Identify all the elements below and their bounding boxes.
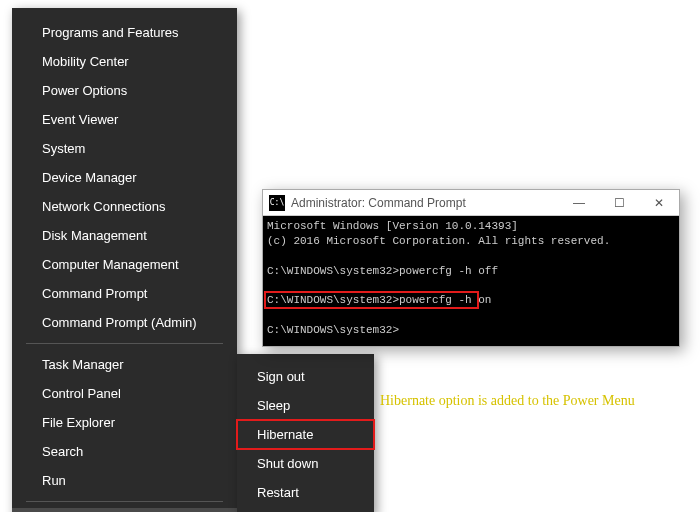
terminal[interactable]: Microsoft Windows [Version 10.0.14393](c… [263, 216, 679, 346]
power-item-sleep[interactable]: Sleep [237, 391, 374, 420]
winx-item-command-prompt-admin[interactable]: Command Prompt (Admin) [12, 308, 237, 337]
close-button[interactable]: ✕ [639, 190, 679, 216]
power-item-restart[interactable]: Restart [237, 478, 374, 507]
titlebar[interactable]: C:\ Administrator: Command Prompt — ☐ ✕ [263, 190, 679, 216]
annotation-text: Hibernate option is added to the Power M… [380, 393, 635, 409]
winx-item-task-manager[interactable]: Task Manager [12, 350, 237, 379]
winx-item-programs-and-features[interactable]: Programs and Features [12, 18, 237, 47]
power-submenu: Sign outSleepHibernateShut downRestart [237, 354, 374, 512]
terminal-line: C:\WINDOWS\system32> [267, 323, 675, 338]
winx-item-control-panel[interactable]: Control Panel [12, 379, 237, 408]
menu-separator [26, 501, 223, 502]
winx-item-command-prompt[interactable]: Command Prompt [12, 279, 237, 308]
winx-item-system[interactable]: System [12, 134, 237, 163]
terminal-line: C:\WINDOWS\system32>powercfg -h off [267, 264, 675, 279]
winx-item-event-viewer[interactable]: Event Viewer [12, 105, 237, 134]
winx-item-file-explorer[interactable]: File Explorer [12, 408, 237, 437]
winx-item-device-manager[interactable]: Device Manager [12, 163, 237, 192]
winx-item-disk-management[interactable]: Disk Management [12, 221, 237, 250]
winx-item-power-options[interactable]: Power Options [12, 76, 237, 105]
minimize-button[interactable]: — [559, 190, 599, 216]
winx-menu: Programs and Features Mobility Center Po… [12, 8, 237, 512]
power-item-shut-down[interactable]: Shut down [237, 449, 374, 478]
winx-item-computer-management[interactable]: Computer Management [12, 250, 237, 279]
winx-item-shutdown-signout[interactable]: Shut down or sign out [12, 508, 237, 512]
winx-item-search[interactable]: Search [12, 437, 237, 466]
cmd-window: C:\ Administrator: Command Prompt — ☐ ✕ … [262, 189, 680, 347]
winx-item-mobility-center[interactable]: Mobility Center [12, 47, 237, 76]
terminal-line: Microsoft Windows [Version 10.0.14393] [267, 219, 675, 234]
maximize-button[interactable]: ☐ [599, 190, 639, 216]
terminal-line [267, 308, 675, 323]
window-title: Administrator: Command Prompt [291, 196, 559, 210]
winx-item-network-connections[interactable]: Network Connections [12, 192, 237, 221]
terminal-line: (c) 2016 Microsoft Corporation. All righ… [267, 234, 675, 249]
cmd-icon: C:\ [269, 195, 285, 211]
winx-item-run[interactable]: Run [12, 466, 237, 495]
power-item-hibernate[interactable]: Hibernate [237, 420, 374, 449]
terminal-line [267, 249, 675, 264]
menu-separator [26, 343, 223, 344]
power-item-sign-out[interactable]: Sign out [237, 362, 374, 391]
terminal-highlight [264, 291, 479, 309]
